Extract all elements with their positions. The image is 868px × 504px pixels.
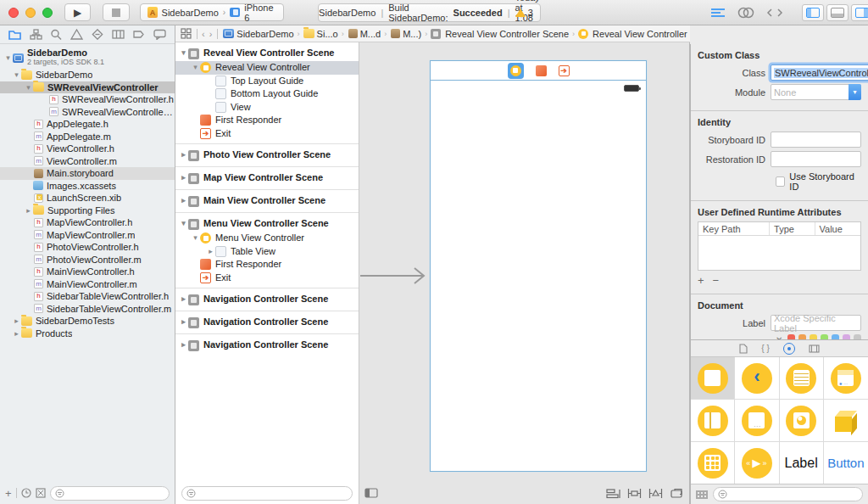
warning-badge[interactable]: 3 bbox=[515, 8, 533, 18]
scene-header-row[interactable]: ▸Navigation Controller Scene bbox=[175, 292, 359, 307]
file-row[interactable]: mSWRevealViewController.m bbox=[0, 106, 175, 119]
file-row[interactable]: hSidebarTableViewController.h bbox=[0, 290, 175, 303]
view-row[interactable]: View bbox=[175, 101, 359, 115]
crumb[interactable]: Reveal View Controller bbox=[593, 29, 687, 39]
table-body[interactable] bbox=[698, 236, 860, 270]
file-row[interactable]: mSidebarTableViewController.m bbox=[0, 303, 175, 316]
navigator-filter-field[interactable] bbox=[50, 486, 170, 501]
disclosure-triangle[interactable]: ▾ bbox=[191, 61, 200, 75]
view-controller-dock-icon[interactable] bbox=[508, 63, 524, 79]
add-file-button[interactable]: + bbox=[5, 487, 12, 500]
document-label-field[interactable]: Xcode Specific Label bbox=[771, 315, 861, 331]
class-field[interactable]: SWRevealViewController › ▾ bbox=[771, 64, 868, 81]
disclosure-triangle[interactable]: ▸ bbox=[179, 339, 188, 352]
disclosure-triangle[interactable]: ▾ bbox=[12, 69, 21, 81]
recent-files-filter-icon[interactable] bbox=[21, 488, 31, 498]
version-editor-icon[interactable] bbox=[766, 7, 783, 19]
library-item-object[interactable] bbox=[824, 400, 868, 442]
file-row[interactable]: mAppDelegate.m bbox=[0, 131, 175, 143]
stack-button[interactable] bbox=[606, 488, 620, 499]
group-row[interactable]: ▸SidebarDemoTests bbox=[0, 315, 175, 328]
exit-row[interactable]: ➔Exit bbox=[175, 127, 359, 141]
library-item-collection-view-controller[interactable] bbox=[691, 442, 735, 484]
breakpoint-navigator-icon[interactable] bbox=[132, 29, 145, 40]
toggle-navigator-button[interactable] bbox=[802, 4, 824, 21]
file-row[interactable]: mViewController.m bbox=[0, 155, 175, 168]
forward-button[interactable]: › bbox=[209, 29, 213, 39]
project-row[interactable]: ▾ SidebarDemo 2 targets, iOS SDK 8.1 bbox=[0, 47, 175, 69]
align-button[interactable] bbox=[627, 488, 642, 499]
file-row[interactable]: hSWRevealViewController.h bbox=[0, 93, 175, 106]
scene-header-row[interactable]: ▸Navigation Controller Scene bbox=[175, 338, 359, 353]
disclosure-triangle[interactable]: ▸ bbox=[179, 194, 188, 208]
related-items-icon[interactable] bbox=[181, 28, 192, 39]
library-item-avkit-player[interactable]: «▶» bbox=[735, 442, 779, 484]
group-row[interactable]: ▸Supporting Files bbox=[0, 204, 175, 217]
remove-attribute-button[interactable]: − bbox=[713, 274, 720, 287]
file-row-selected[interactable]: Main.storyboard bbox=[0, 167, 175, 180]
crumb[interactable]: Si...o bbox=[317, 29, 338, 39]
scene-header-row[interactable]: ▸Photo View Controller Scene bbox=[175, 148, 359, 163]
first-responder-dock-icon[interactable] bbox=[536, 65, 547, 76]
code-snippet-library-tab[interactable]: { } bbox=[761, 344, 769, 353]
back-button[interactable]: ‹ bbox=[202, 29, 205, 39]
exit-row[interactable]: ➔Exit bbox=[175, 272, 359, 285]
library-item-label[interactable]: Label bbox=[780, 442, 824, 484]
file-row[interactable]: hMainViewController.h bbox=[0, 266, 175, 278]
first-responder-row[interactable]: First Responder bbox=[175, 258, 359, 272]
view-controller-row[interactable]: ▾Menu View Controller bbox=[175, 232, 359, 245]
library-item-page-view-controller[interactable] bbox=[735, 400, 779, 442]
issue-navigator-icon[interactable] bbox=[70, 29, 83, 40]
library-item-view-controller[interactable] bbox=[691, 357, 735, 400]
scene-header-row[interactable]: ▸Navigation Controller Scene bbox=[175, 315, 359, 330]
module-field[interactable]: None ▾ bbox=[771, 84, 861, 100]
group-row[interactable]: ▸Products bbox=[0, 328, 175, 340]
scene-header-row[interactable]: ▾Menu View Controller Scene bbox=[175, 216, 359, 232]
disclosure-triangle[interactable]: ▾ bbox=[24, 81, 33, 94]
library-item-button[interactable]: Button bbox=[824, 442, 868, 484]
test-navigator-icon[interactable] bbox=[92, 29, 103, 40]
first-responder-row[interactable]: First Responder bbox=[175, 114, 359, 127]
disclosure-triangle[interactable]: ▸ bbox=[24, 204, 33, 217]
object-library-tab[interactable] bbox=[783, 343, 795, 355]
disclosure-triangle[interactable]: ▸ bbox=[12, 315, 21, 328]
search-navigator-icon[interactable] bbox=[50, 29, 62, 40]
crumb[interactable]: Reveal View Controller Scene bbox=[445, 29, 569, 39]
library-item-glkit-view-controller[interactable] bbox=[780, 400, 824, 442]
assistant-editor-icon[interactable] bbox=[737, 7, 754, 19]
close-window-button[interactable] bbox=[8, 8, 19, 18]
media-library-tab[interactable] bbox=[809, 344, 820, 353]
report-navigator-icon[interactable] bbox=[153, 29, 166, 40]
scene-header-row[interactable]: ▸Map View Controller Scene bbox=[175, 171, 359, 186]
scene-header-row[interactable]: ▾Reveal View Controller Scene bbox=[175, 46, 359, 61]
runtime-attributes-table[interactable]: Key Path Type Value bbox=[698, 221, 861, 271]
scheme-selector[interactable]: A SidebarDemo › iPhone 6 bbox=[140, 3, 284, 21]
file-row[interactable]: hAppDelegate.h bbox=[0, 118, 175, 131]
view-controller-view[interactable] bbox=[431, 81, 646, 471]
disclosure-triangle[interactable]: ▸ bbox=[179, 171, 188, 185]
disclosure-triangle[interactable]: ▸ bbox=[12, 328, 21, 340]
add-attribute-button[interactable]: + bbox=[698, 274, 704, 287]
initial-scene-arrow[interactable] bbox=[360, 267, 430, 284]
file-row[interactable]: mPhotoViewController.m bbox=[0, 254, 175, 266]
disclosure-triangle[interactable]: ▾ bbox=[179, 47, 188, 60]
reveal-view-controller-scene[interactable]: ➔ bbox=[430, 60, 647, 472]
grid-view-toggle-icon[interactable] bbox=[696, 490, 708, 499]
view-controller-row[interactable]: ▾Reveal View Controller bbox=[175, 61, 359, 75]
debug-navigator-icon[interactable] bbox=[112, 29, 125, 40]
file-row[interactable]: LaunchScreen.xib bbox=[0, 192, 175, 204]
library-item-navigation-controller[interactable]: ‹ bbox=[735, 357, 779, 400]
scene-header-row[interactable]: ▸Main View Controller Scene bbox=[175, 193, 359, 209]
disclosure-triangle[interactable]: ▾ bbox=[3, 53, 13, 62]
disclosure-triangle[interactable]: ▸ bbox=[179, 293, 188, 306]
storyboard-canvas[interactable]: ➔ bbox=[359, 42, 690, 504]
layout-guide-row[interactable]: Bottom Layout Guide bbox=[175, 87, 359, 101]
toggle-utilities-button[interactable] bbox=[851, 4, 868, 21]
file-template-library-tab[interactable] bbox=[739, 344, 748, 354]
resolve-autolayout-button[interactable] bbox=[670, 488, 684, 499]
disclosure-triangle[interactable]: ▾ bbox=[179, 217, 188, 231]
disclosure-triangle[interactable]: ▸ bbox=[179, 316, 188, 329]
crumb[interactable]: SidebarDemo bbox=[236, 29, 293, 39]
file-row[interactable]: mMapViewController.m bbox=[0, 229, 175, 242]
crumb[interactable]: M...) bbox=[403, 29, 421, 39]
